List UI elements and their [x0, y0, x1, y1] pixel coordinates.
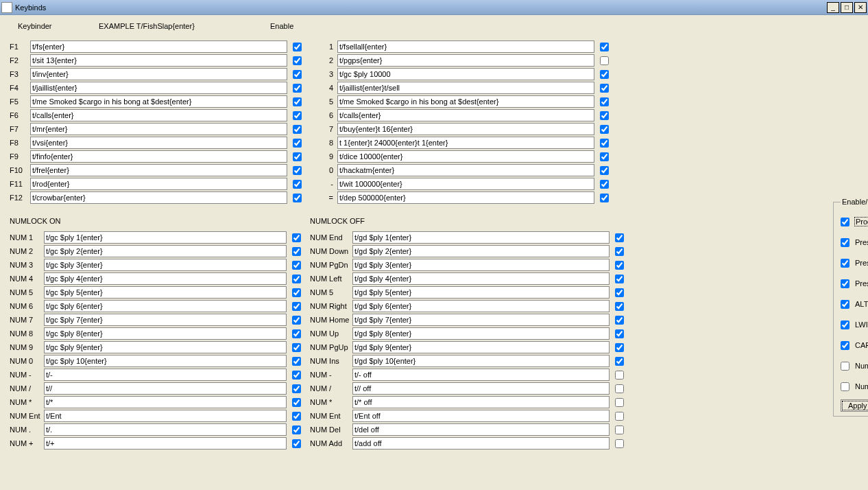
keybind-input[interactable]	[337, 178, 594, 190]
enable-checkbox[interactable]	[600, 84, 609, 93]
keybind-input[interactable]	[352, 272, 610, 285]
keybind-input[interactable]	[352, 437, 610, 450]
keybind-input[interactable]	[44, 410, 287, 422]
keybind-input[interactable]	[337, 191, 594, 204]
enable-checkbox[interactable]	[293, 111, 302, 120]
panel-checkbox[interactable]	[841, 320, 849, 329]
enable-checkbox[interactable]	[292, 247, 301, 256]
keybind-input[interactable]	[337, 137, 594, 149]
keybind-input[interactable]	[30, 68, 287, 80]
enable-checkbox[interactable]	[292, 233, 301, 242]
enable-checkbox[interactable]	[292, 425, 301, 434]
keybind-input[interactable]	[44, 300, 287, 312]
keybind-input[interactable]	[44, 231, 287, 244]
keybind-input[interactable]	[352, 231, 610, 244]
keybind-input[interactable]	[44, 396, 287, 408]
enable-checkbox[interactable]	[292, 302, 301, 311]
enable-checkbox[interactable]	[292, 261, 301, 270]
keybind-input[interactable]	[44, 245, 287, 257]
enable-checkbox[interactable]	[293, 166, 302, 175]
keybind-input[interactable]	[44, 437, 287, 450]
keybind-input[interactable]	[337, 68, 594, 80]
close-button[interactable]: ✕	[854, 2, 867, 13]
keybind-input[interactable]	[30, 109, 287, 121]
enable-checkbox[interactable]	[600, 70, 609, 79]
apply-button[interactable]: Apply	[841, 399, 868, 412]
keybind-input[interactable]	[44, 423, 287, 436]
keybind-input[interactable]	[30, 40, 287, 53]
enable-checkbox[interactable]	[600, 125, 609, 134]
keybind-input[interactable]	[30, 123, 287, 135]
keybind-input[interactable]	[337, 95, 594, 108]
enable-checkbox[interactable]	[615, 261, 624, 270]
enable-checkbox[interactable]	[293, 84, 302, 93]
enable-checkbox[interactable]	[293, 152, 302, 161]
enable-checkbox[interactable]	[600, 43, 609, 51]
keybind-input[interactable]	[44, 355, 287, 367]
enable-checkbox[interactable]	[293, 194, 302, 202]
keybind-input[interactable]	[352, 259, 610, 271]
enable-checkbox[interactable]	[615, 384, 624, 393]
keybind-input[interactable]	[337, 164, 594, 176]
keybind-input[interactable]	[352, 423, 610, 436]
enable-checkbox[interactable]	[615, 275, 624, 283]
keybind-input[interactable]	[352, 382, 610, 395]
enable-checkbox[interactable]	[615, 302, 624, 311]
panel-checkbox[interactable]	[841, 259, 849, 268]
enable-checkbox[interactable]	[615, 343, 624, 352]
keybind-input[interactable]	[352, 327, 610, 340]
keybind-input[interactable]	[44, 259, 287, 271]
keybind-input[interactable]	[30, 178, 287, 190]
enable-checkbox[interactable]	[600, 97, 609, 106]
enable-checkbox[interactable]	[600, 180, 609, 189]
enable-checkbox[interactable]	[615, 316, 624, 325]
enable-checkbox[interactable]	[293, 139, 302, 148]
keybind-input[interactable]	[30, 150, 287, 163]
enable-checkbox[interactable]	[600, 194, 609, 202]
keybind-input[interactable]	[352, 396, 610, 408]
keybind-input[interactable]	[30, 95, 287, 108]
keybind-input[interactable]	[44, 327, 287, 340]
keybind-input[interactable]	[337, 40, 594, 53]
panel-checkbox[interactable]	[841, 382, 849, 391]
keybind-input[interactable]	[352, 369, 610, 381]
enable-checkbox[interactable]	[615, 425, 624, 434]
enable-checkbox[interactable]	[615, 371, 624, 380]
enable-checkbox[interactable]	[615, 247, 624, 256]
enable-checkbox[interactable]	[293, 125, 302, 134]
keybind-input[interactable]	[337, 54, 594, 67]
panel-checkbox[interactable]	[841, 300, 849, 309]
enable-checkbox[interactable]	[292, 316, 301, 325]
enable-checkbox[interactable]	[600, 111, 609, 120]
panel-checkbox[interactable]	[841, 279, 849, 288]
keybind-input[interactable]	[30, 164, 287, 176]
keybind-input[interactable]	[352, 355, 610, 367]
keybind-input[interactable]	[44, 272, 287, 285]
keybind-input[interactable]	[352, 300, 610, 312]
keybind-input[interactable]	[44, 314, 287, 326]
enable-checkbox[interactable]	[292, 371, 301, 380]
enable-checkbox[interactable]	[293, 70, 302, 79]
enable-checkbox[interactable]	[615, 398, 624, 407]
enable-checkbox[interactable]	[293, 97, 302, 106]
keybind-input[interactable]	[30, 82, 287, 94]
enable-checkbox[interactable]	[615, 412, 624, 421]
enable-checkbox[interactable]	[615, 288, 624, 297]
panel-checkbox[interactable]	[841, 341, 849, 350]
enable-checkbox[interactable]	[292, 275, 301, 283]
keybind-input[interactable]	[352, 245, 610, 257]
keybind-input[interactable]	[337, 150, 594, 163]
keybind-input[interactable]	[30, 137, 287, 149]
enable-checkbox[interactable]	[293, 43, 302, 51]
keybind-input[interactable]	[337, 109, 594, 121]
panel-checkbox[interactable]	[841, 238, 849, 247]
enable-checkbox[interactable]	[293, 180, 302, 189]
enable-checkbox[interactable]	[615, 233, 624, 242]
enable-checkbox[interactable]	[615, 439, 624, 448]
minimize-button[interactable]: _	[827, 2, 839, 13]
enable-checkbox[interactable]	[600, 152, 609, 161]
panel-checkbox[interactable]	[841, 218, 849, 226]
enable-checkbox[interactable]	[600, 166, 609, 175]
keybind-input[interactable]	[337, 123, 594, 135]
enable-checkbox[interactable]	[292, 343, 301, 352]
